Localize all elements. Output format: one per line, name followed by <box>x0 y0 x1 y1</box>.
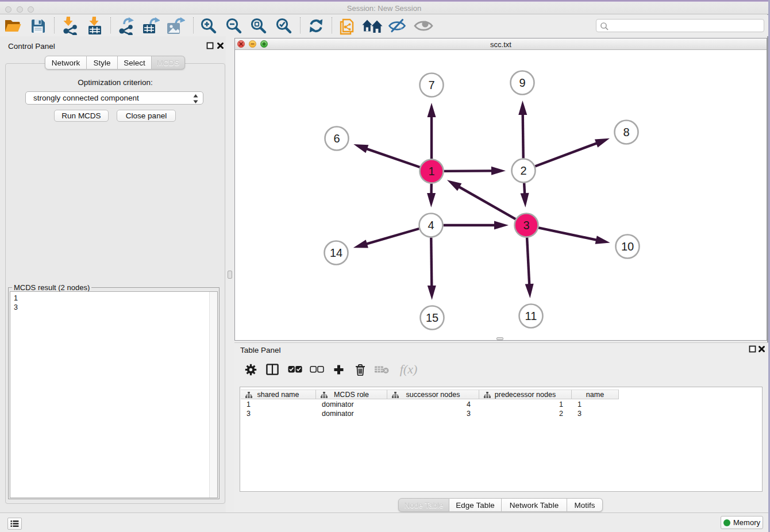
zoom-fit-icon-glyph <box>250 17 267 34</box>
import-network-icon[interactable] <box>59 16 79 36</box>
export-image-icon[interactable] <box>165 16 186 36</box>
graph-edge-1-2[interactable] <box>444 167 506 175</box>
graph-node-1[interactable]: 1 <box>420 160 444 183</box>
graph-node-3[interactable]: 3 <box>515 214 538 237</box>
column-header-name[interactable]: name <box>572 390 619 399</box>
save-session-icon[interactable] <box>28 16 48 36</box>
graph-node-6[interactable]: 6 <box>325 127 349 151</box>
table-cell[interactable]: dominator <box>316 409 387 418</box>
select-all-icon[interactable] <box>286 361 303 378</box>
zoom-out-icon[interactable] <box>224 16 244 36</box>
vertical-splitter-grip[interactable] <box>228 271 232 279</box>
graph-node-label: 7 <box>428 79 434 91</box>
add-column-icon-glyph <box>333 364 344 375</box>
table-row[interactable]: 1dominator411 <box>240 400 762 409</box>
hide-selected-icon[interactable] <box>387 16 407 36</box>
zoom-in-icon[interactable] <box>198 16 219 36</box>
open-session-icon[interactable] <box>2 16 23 36</box>
delete-column-icon[interactable] <box>352 361 369 378</box>
deselect-all-icon[interactable] <box>308 361 325 378</box>
graph-edge-1-6[interactable] <box>353 144 419 167</box>
new-network-from-selection-icon[interactable] <box>337 16 358 36</box>
graph-edge-2-8[interactable] <box>535 138 610 167</box>
graph-edge-1-4[interactable] <box>427 183 436 207</box>
column-header-predecessor-nodes[interactable]: predecessor nodes <box>479 390 572 399</box>
tab-motifs[interactable]: Motifs <box>567 498 603 512</box>
graph-edge-3-10[interactable] <box>538 228 610 244</box>
tab-edge-table[interactable]: Edge Table <box>449 498 502 512</box>
network-graph-canvas[interactable]: 7968124314101511 <box>235 50 767 340</box>
task-history-button[interactable] <box>7 518 22 530</box>
tab-node-table[interactable]: Node Table <box>398 498 449 512</box>
graph-node-9[interactable]: 9 <box>511 71 534 95</box>
graph-edge-4-15[interactable] <box>428 237 436 300</box>
column-header-MCDS-role[interactable]: MCDS role <box>316 390 387 399</box>
table-cell[interactable]: 1 <box>479 400 572 409</box>
float-table-panel-icon[interactable] <box>749 345 757 353</box>
toolbar-separator <box>193 17 194 33</box>
horizontal-splitter-grip[interactable] <box>496 337 503 340</box>
tab-network-table[interactable]: Network Table <box>502 498 567 512</box>
table-cell[interactable]: 3 <box>572 409 619 418</box>
graph-node-7[interactable]: 7 <box>420 74 444 97</box>
table-cell[interactable]: 1 <box>572 400 619 409</box>
apply-layout-icon[interactable] <box>306 16 326 36</box>
graph-node-10[interactable]: 10 <box>616 235 640 259</box>
control-panel-tab-bar: NetworkStyleSelectMCDS <box>45 56 185 70</box>
graph-edge-3-1[interactable] <box>447 180 515 219</box>
add-column-icon[interactable] <box>330 361 347 378</box>
select-all-icon-glyph <box>288 365 302 373</box>
graph-edge-2-9[interactable] <box>518 101 527 159</box>
run-mcds-button[interactable]: Run MCDS <box>54 110 109 122</box>
graph-node-4[interactable]: 4 <box>419 214 443 237</box>
graph-edge-2-3[interactable] <box>521 183 529 207</box>
table-cell[interactable]: 2 <box>479 409 572 418</box>
export-table-icon[interactable] <box>140 16 161 36</box>
split-view-icon[interactable] <box>264 361 281 378</box>
graph-edge-4-14[interactable] <box>353 229 419 248</box>
close-panel-button[interactable]: Close panel <box>117 110 176 122</box>
table-cell[interactable]: 1 <box>241 400 316 409</box>
tab-style[interactable]: Style <box>87 56 118 70</box>
delete-table-icon[interactable] <box>373 361 390 378</box>
float-panel-icon[interactable] <box>206 41 214 49</box>
tab-select[interactable]: Select <box>118 56 152 70</box>
zoom-selected-icon[interactable] <box>274 16 294 36</box>
table-cell[interactable]: 3 <box>387 409 479 418</box>
table-cell[interactable]: dominator <box>316 400 387 409</box>
close-panel-icon[interactable] <box>217 41 225 49</box>
graph-node-2[interactable]: 2 <box>512 159 536 183</box>
close-table-panel-icon[interactable] <box>758 345 766 353</box>
graph-edge-1-7[interactable] <box>428 103 436 159</box>
search-input[interactable] <box>596 19 764 32</box>
column-header-successor-nodes[interactable]: successor nodes <box>387 390 479 399</box>
function-builder-icon[interactable]: f(x) <box>396 361 421 378</box>
tab-mcds[interactable]: MCDS <box>152 56 185 70</box>
memory-button[interactable]: Memory <box>721 516 763 529</box>
column-settings-icon[interactable] <box>242 361 259 378</box>
mcds-result-textarea[interactable]: 13 <box>10 291 218 498</box>
show-all-icon-glyph <box>414 19 433 33</box>
graph-node-8[interactable]: 8 <box>615 121 638 144</box>
tab-network[interactable]: Network <box>45 56 87 70</box>
optimization-criterion-select[interactable]: strongly connected component <box>25 91 203 105</box>
first-neighbors-icon[interactable] <box>362 16 383 36</box>
graph-node-15[interactable]: 15 <box>421 306 444 330</box>
window-title: Session: New Session <box>0 2 768 14</box>
show-all-icon[interactable] <box>413 16 434 36</box>
graph-node-label: 6 <box>333 132 340 145</box>
table-cell[interactable]: 4 <box>387 400 479 409</box>
graph-edge-3-11[interactable] <box>525 237 534 298</box>
import-table-icon[interactable] <box>84 16 105 36</box>
export-network-icon[interactable] <box>115 16 136 36</box>
table-cell[interactable]: 3 <box>241 409 316 418</box>
mcds-result-scrollbar[interactable] <box>209 292 217 498</box>
column-type-icon <box>484 392 491 398</box>
column-header-shared-name[interactable]: shared name <box>241 390 316 399</box>
table-row[interactable]: 3dominator323 <box>240 409 762 418</box>
graph-node-14[interactable]: 14 <box>325 241 348 265</box>
graph-node-11[interactable]: 11 <box>519 304 543 328</box>
graph-edge-4-3[interactable] <box>444 221 509 230</box>
zoom-fit-icon[interactable] <box>248 16 269 36</box>
column-header-label: MCDS role <box>334 391 369 399</box>
